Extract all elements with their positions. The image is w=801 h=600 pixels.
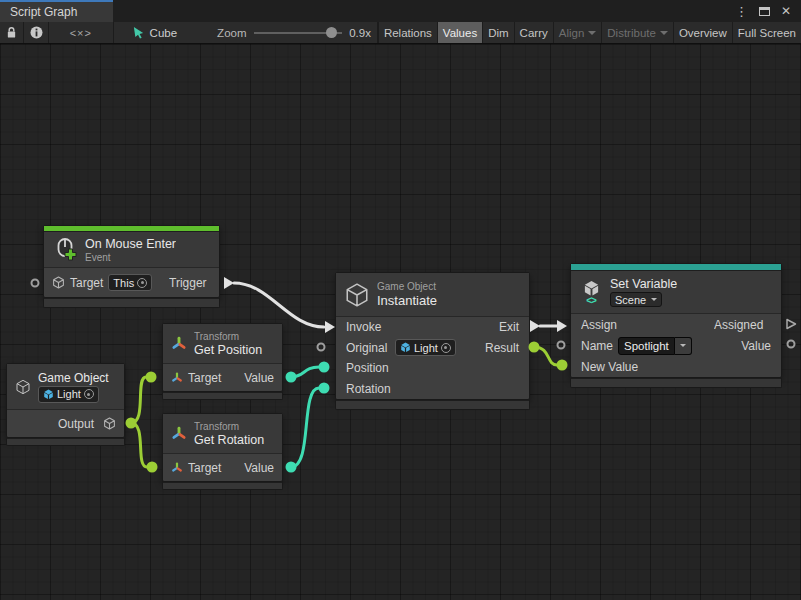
port-setvariable-name-input[interactable] bbox=[557, 341, 566, 350]
object-picker-icon[interactable] bbox=[441, 343, 451, 353]
node-get-position[interactable]: Transform Get Position Target Value bbox=[162, 323, 283, 400]
port-instantiate-rotation-input[interactable] bbox=[319, 383, 330, 394]
port-instantiate-invoke-input[interactable] bbox=[325, 321, 335, 333]
node-title: On Mouse Enter bbox=[85, 237, 176, 251]
object-picker-icon[interactable] bbox=[137, 278, 147, 288]
toolbar-separator bbox=[113, 22, 114, 43]
target-value-text: This bbox=[113, 277, 134, 289]
graph-reference-button[interactable]: Cube bbox=[132, 26, 178, 39]
node-instantiate[interactable]: Game Object Instantiate Invoke Exit Orig… bbox=[335, 272, 530, 410]
carry-button[interactable]: Carry bbox=[514, 22, 553, 43]
port-getposition-target-input[interactable] bbox=[146, 372, 157, 383]
full-screen-button[interactable]: Full Screen bbox=[732, 22, 801, 43]
node-category: Transform bbox=[194, 331, 274, 342]
distribute-dropdown[interactable]: Distribute bbox=[601, 22, 673, 43]
node-title: Get Rotation bbox=[194, 433, 274, 447]
scope-value-text: Scene bbox=[615, 294, 646, 306]
port-label-position: Position bbox=[346, 361, 396, 375]
node-title: Get Position bbox=[194, 343, 274, 357]
zoom-slider[interactable] bbox=[254, 27, 343, 39]
mouse-event-icon bbox=[52, 237, 78, 263]
original-value-field[interactable]: Light bbox=[395, 339, 456, 356]
set-variable-icon: <> bbox=[579, 280, 603, 304]
tab-label: Script Graph bbox=[10, 5, 77, 19]
node-set-variable[interactable]: <> Set Variable Scene Assign Assigned bbox=[570, 263, 782, 388]
window-menu-icon[interactable]: ⋮ bbox=[735, 5, 748, 18]
zoom-slider-handle[interactable] bbox=[326, 27, 337, 38]
port-label-exit: Exit bbox=[499, 320, 519, 334]
node-on-mouse-enter[interactable]: On Mouse Enter Event Target This Trigger bbox=[43, 225, 220, 308]
port-label-value: Value bbox=[741, 339, 771, 353]
port-onmouseenter-target-input[interactable] bbox=[31, 279, 40, 288]
graph-name-label: Cube bbox=[150, 27, 178, 39]
code-view-button[interactable]: <×> bbox=[49, 22, 113, 43]
node-footer bbox=[6, 438, 125, 446]
port-label-invoke: Invoke bbox=[346, 320, 392, 334]
info-button[interactable] bbox=[24, 22, 48, 43]
transform-icon-small bbox=[171, 462, 183, 474]
node-category: Game Object bbox=[377, 281, 439, 292]
chevron-down-icon bbox=[680, 344, 686, 347]
info-icon bbox=[30, 26, 43, 39]
port-label-original: Original bbox=[346, 341, 390, 355]
chevron-down-icon bbox=[651, 298, 657, 301]
variable-name-value[interactable]: Spotlight bbox=[618, 337, 675, 355]
port-label-target: Target bbox=[188, 371, 221, 385]
variable-scope-dropdown[interactable]: Scene bbox=[610, 292, 662, 307]
close-icon[interactable]: ✕ bbox=[781, 5, 791, 17]
port-label-new-value: New Value bbox=[581, 360, 638, 374]
values-button[interactable]: Values bbox=[437, 22, 482, 43]
chevron-down-icon bbox=[588, 31, 596, 35]
object-picker-icon[interactable] bbox=[84, 389, 94, 399]
object-value-field[interactable]: Light bbox=[38, 386, 99, 403]
port-label-target: Target bbox=[70, 276, 103, 290]
wire-light-to-getposition[interactable] bbox=[131, 377, 146, 423]
original-value-text: Light bbox=[414, 342, 438, 354]
port-getposition-value-output[interactable] bbox=[286, 372, 297, 383]
port-setvariable-assigned-output[interactable] bbox=[785, 318, 797, 330]
port-instantiate-original-input[interactable] bbox=[317, 343, 326, 352]
align-dropdown[interactable]: Align bbox=[553, 22, 602, 43]
node-get-rotation[interactable]: Transform Get Rotation Target Value bbox=[162, 413, 283, 490]
port-label-value: Value bbox=[244, 371, 274, 385]
zoom-value: 0.9x bbox=[349, 27, 371, 39]
port-label-assigned: Assigned bbox=[714, 318, 771, 332]
variable-name-dropdown[interactable]: Spotlight bbox=[618, 337, 692, 355]
port-instantiate-result-output[interactable] bbox=[529, 342, 540, 353]
maximize-icon[interactable] bbox=[759, 7, 770, 16]
lock-button[interactable] bbox=[0, 22, 23, 43]
transform-icon-small bbox=[171, 372, 183, 384]
node-footer bbox=[570, 378, 782, 388]
port-getrotation-value-output[interactable] bbox=[286, 462, 297, 473]
graph-canvas[interactable]: On Mouse Enter Event Target This Trigger bbox=[0, 44, 801, 600]
dim-button[interactable]: Dim bbox=[482, 22, 513, 43]
node-footer bbox=[162, 392, 283, 400]
transform-icon bbox=[171, 334, 187, 354]
port-label-name: Name bbox=[581, 339, 613, 353]
overview-button[interactable]: Overview bbox=[673, 22, 732, 43]
port-setvariable-value-output[interactable] bbox=[787, 340, 796, 349]
node-game-object-light[interactable]: Game Object Light Output bbox=[6, 363, 125, 446]
relations-button[interactable]: Relations bbox=[378, 22, 437, 43]
wire-trigger-to-invoke[interactable] bbox=[234, 283, 324, 327]
port-onmouseenter-trigger-output[interactable] bbox=[224, 277, 234, 289]
port-getrotation-target-input[interactable] bbox=[147, 462, 158, 473]
port-label-target: Target bbox=[188, 461, 221, 475]
unity-object-icon bbox=[400, 342, 411, 353]
chevron-down-icon bbox=[660, 31, 668, 35]
port-instantiate-exit-output[interactable] bbox=[530, 320, 540, 332]
wire-rotation-value[interactable] bbox=[291, 388, 319, 467]
node-title: Set Variable bbox=[610, 277, 677, 291]
graph-toolbar: <×> Cube Zoom 0.9x Relations Values Dim … bbox=[0, 22, 801, 44]
tab-script-graph[interactable]: Script Graph bbox=[0, 0, 113, 22]
port-setvariable-newvalue-input[interactable] bbox=[557, 360, 568, 371]
dropdown-button[interactable] bbox=[675, 337, 692, 355]
wire-light-to-getrotation[interactable] bbox=[131, 423, 147, 467]
port-label-output: Output bbox=[58, 417, 98, 431]
variable-color-bar bbox=[571, 264, 781, 271]
target-value-field[interactable]: This bbox=[108, 274, 152, 291]
port-gameobject-output[interactable] bbox=[126, 418, 137, 429]
port-instantiate-position-input[interactable] bbox=[319, 362, 330, 373]
game-object-icon-small bbox=[103, 417, 116, 430]
port-setvariable-assign-input[interactable] bbox=[557, 320, 567, 332]
